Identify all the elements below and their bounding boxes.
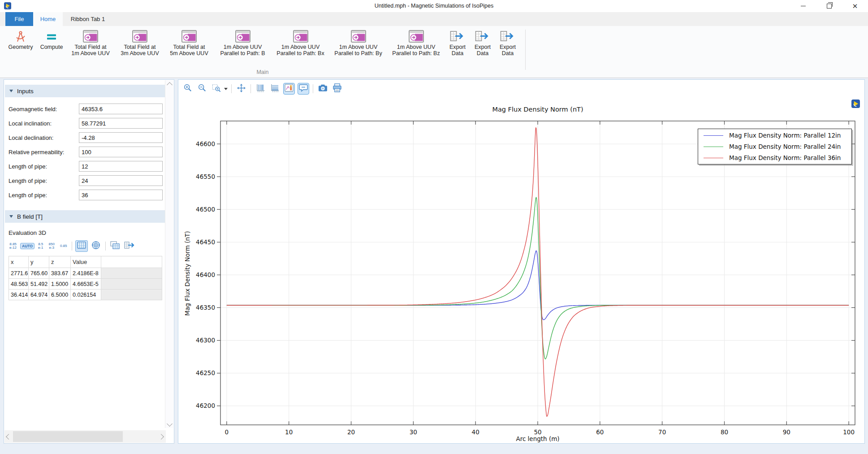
table-header-value[interactable]: Value [71, 256, 101, 268]
table-cell: 383.67 [49, 268, 71, 279]
zoom-out-button[interactable] [196, 83, 208, 95]
svg-text:46600: 46600 [196, 140, 215, 147]
tab-home[interactable]: Home [33, 12, 63, 26]
ribbon-button-label: Total Field at 1m Above UUV [71, 44, 109, 57]
input-field-0-geomagnetic-field[interactable] [79, 104, 163, 114]
svg-text:70: 70 [658, 428, 666, 436]
ribbon-button-total-field-at-1m-above-uuv[interactable]: Total Field at 1m Above UUV [66, 28, 115, 57]
y-axis-format-icon [270, 83, 280, 95]
copy-table-button[interactable] [109, 240, 121, 252]
format-automatic-button[interactable]: AUTO [20, 243, 35, 250]
scroll-down-button[interactable] [165, 419, 173, 428]
scrollbar-thumb[interactable] [13, 431, 123, 442]
table-header-y[interactable]: y [29, 256, 49, 268]
vertical-scrollbar[interactable] [165, 80, 173, 428]
inputs-section-header[interactable]: Inputs [5, 85, 165, 97]
plot-icon [181, 29, 197, 43]
restore-button[interactable] [816, 0, 842, 12]
ribbon-button-total-field-at-5m-above-uuv[interactable]: Total Field at 5m Above UUV [165, 28, 213, 57]
format-decimal-button[interactable]: 0.85 [58, 243, 69, 249]
ribbon-button-label: Total Field at 3m Above UUV [121, 44, 159, 57]
ribbon-button-export-data[interactable]: Export Data [496, 28, 520, 57]
export-table-button[interactable] [123, 240, 136, 252]
ribbon-button-1m-above-uuv-parallel-to-path-bz[interactable]: 1m Above UUV Parallel to Path: Bz [388, 28, 445, 57]
legend-label: Mag Flux Density Norm: Parallel 24in [729, 143, 841, 150]
legend-toggle-button[interactable] [283, 83, 295, 95]
table-view-button[interactable] [75, 240, 88, 252]
format-engineering-button[interactable]: 850 e-3 [47, 241, 56, 251]
snapshot-button[interactable] [317, 83, 328, 95]
table-cell: 6.5000 [49, 290, 71, 300]
table-header-row: xyzValue [9, 256, 162, 268]
table-cell [101, 290, 162, 300]
input-field-5-length-of-pipe[interactable] [79, 175, 163, 186]
ribbon-button-1m-above-uuv-parallel-to-path-b[interactable]: 1m Above UUV Parallel to Path: B [214, 28, 271, 57]
scroll-left-button[interactable] [4, 432, 13, 441]
table-cell: 48.563 [9, 279, 29, 290]
table-cell: 1.5000 [49, 279, 71, 290]
window-title: Untitled.mph - Magnetic Simulations of I… [0, 3, 868, 9]
export-icon [500, 29, 515, 43]
table-row-2[interactable]: 36.41464.9746.50000.026154 [9, 290, 162, 300]
legend-toggle-icon [285, 84, 294, 94]
input-label-relative-permeability: Relative permeability: [9, 149, 64, 156]
tab-file[interactable]: File [5, 12, 33, 26]
tab-ribbon-tab-1[interactable]: Ribbon Tab 1 [63, 12, 113, 26]
toolbar-separator [231, 84, 232, 93]
input-row: Length of pipe: [9, 160, 163, 172]
format-scientific-button[interactable]: 8.5 e-1 [36, 241, 45, 251]
table-row-1[interactable]: 48.56351.4921.50004.6653E-5 [9, 279, 162, 290]
x-axis-format-icon [256, 83, 265, 95]
evaluation-label: Evaluation 3D [9, 229, 46, 236]
plotw-icon [293, 29, 308, 43]
ribbon-button-1m-above-uuv-parallel-to-path-by[interactable]: 1m Above UUV Parallel to Path: By [330, 28, 387, 57]
table-cell: 64.974 [29, 290, 49, 300]
zoom-extents-button[interactable] [235, 83, 247, 95]
table-header-x[interactable]: x [9, 256, 29, 268]
title-bar: Untitled.mph - Magnetic Simulations of I… [0, 0, 868, 12]
zoom-in-button[interactable] [182, 83, 194, 95]
svg-text:20: 20 [347, 428, 355, 436]
input-field-3-relative-permeability[interactable] [79, 147, 163, 157]
horizontal-scrollbar[interactable] [4, 430, 166, 443]
close-button[interactable]: ✕ [842, 0, 868, 12]
toolbar-separator [105, 242, 106, 251]
ribbon-button-geometry[interactable]: Geometry [4, 28, 37, 57]
legend-entry: Mag Flux Density Norm: Parallel 24in [704, 142, 851, 151]
x-axis-format-button[interactable] [255, 83, 266, 95]
table-cell: 2.4186E-8 [71, 268, 101, 279]
snapshot-icon [318, 84, 328, 94]
svg-text:60: 60 [596, 428, 604, 436]
format-full-precision-button[interactable]: 8.85 e-12 [8, 241, 18, 251]
input-field-4-length-of-pipe[interactable] [79, 161, 163, 172]
scroll-up-button[interactable] [165, 81, 173, 89]
ribbon-button-export-data[interactable]: Export Data [471, 28, 495, 57]
plot-icon [83, 29, 98, 43]
table-header-z[interactable]: z [49, 256, 71, 268]
input-field-2-local-declination[interactable] [79, 132, 163, 143]
ribbon-button-compute[interactable]: Compute [38, 28, 65, 57]
zoom-extents-icon [237, 83, 246, 95]
zoom-box-button[interactable] [211, 83, 222, 95]
input-label-length-of-pipe: Length of pipe: [9, 192, 47, 199]
input-field-6-length-of-pipe[interactable] [79, 190, 163, 200]
table-cell: 51.492 [29, 279, 49, 290]
svg-text:46450: 46450 [196, 238, 215, 246]
ribbon-button-1m-above-uuv-parallel-to-path-bx[interactable]: 1m Above UUV Parallel to Path: Bx [272, 28, 329, 57]
minimize-button[interactable] [790, 0, 816, 12]
scroll-right-button[interactable] [157, 432, 165, 441]
sphere-plot-button[interactable] [90, 240, 102, 252]
ribbon-button-total-field-at-3m-above-uuv[interactable]: Total Field at 3m Above UUV [116, 28, 164, 57]
ribbon-button-export-data[interactable]: Export Data [445, 28, 470, 57]
print-button[interactable] [331, 83, 343, 95]
table-row-0[interactable]: 2771.6765.60383.672.4186E-8 [9, 268, 162, 279]
input-field-1-local-inclination[interactable] [79, 118, 163, 129]
svg-text:46550: 46550 [196, 173, 215, 180]
dropdown-caret-icon[interactable] [224, 88, 228, 90]
y-axis-format-button[interactable] [269, 83, 281, 95]
tooltip-toggle-button[interactable] [298, 83, 309, 95]
bfield-section-header[interactable]: B field [T] [5, 210, 165, 223]
table-cell [101, 279, 162, 290]
svg-text:80: 80 [721, 428, 728, 436]
table-header-empty[interactable] [101, 256, 162, 268]
